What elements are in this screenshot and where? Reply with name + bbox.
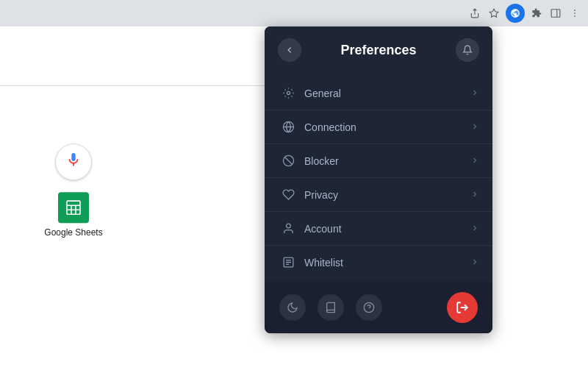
blocker-icon [278,154,298,167]
pref-item-whitelist[interactable]: Whitelist [265,246,492,279]
blocker-chevron [470,155,479,167]
search-area: Google Sheets [0,143,147,238]
pref-item-privacy[interactable]: Privacy [265,178,492,212]
svg-rect-2 [551,10,560,18]
guide-button[interactable] [318,294,344,321]
preferences-header: Preferences [265,26,492,74]
help-button[interactable] [356,294,382,321]
preferences-footer [265,282,492,333]
privacy-label: Privacy [304,189,470,201]
bell-button[interactable] [456,38,479,62]
svg-point-5 [574,13,576,14]
general-icon [278,87,298,99]
dark-mode-button[interactable] [279,294,306,321]
general-label: General [304,88,470,99]
star-icon[interactable] [487,6,501,21]
puzzle-icon[interactable] [529,6,544,21]
mic-icon [65,152,82,172]
connection-label: Connection [304,121,470,133]
extension-vpn-icon[interactable] [506,4,525,23]
chrome-toolbar [0,0,588,26]
svg-rect-7 [67,201,80,214]
privacy-chevron [470,189,479,201]
menu-icon[interactable] [567,6,582,21]
svg-point-4 [574,10,576,11]
account-label: Account [304,223,470,235]
mic-button[interactable] [55,143,92,180]
page-content: Google Sheets Preferences [0,26,588,373]
sheets-logo [58,192,89,223]
account-chevron [470,223,479,235]
pref-item-connection[interactable]: Connection [265,110,492,144]
logout-button[interactable] [447,292,478,323]
pref-item-account[interactable]: Account [265,212,492,246]
svg-marker-0 [490,9,498,17]
whitelist-label: Whitelist [304,257,470,269]
whitelist-icon [278,256,298,269]
blocker-label: Blocker [304,155,470,167]
preferences-menu: General Connection [265,74,492,282]
pref-item-blocker[interactable]: Blocker [265,144,492,178]
sidebar-toggle-icon[interactable] [548,6,563,21]
google-sheets-shortcut[interactable]: Google Sheets [44,192,102,238]
share-icon[interactable] [467,6,482,21]
sheets-label: Google Sheets [44,227,102,238]
preferences-title: Preferences [301,43,456,58]
privacy-icon [278,188,298,201]
preferences-popup: Preferences General [265,26,492,333]
svg-point-6 [574,15,576,17]
connection-chevron [470,121,479,133]
general-chevron [470,88,479,99]
svg-line-15 [284,157,292,164]
svg-point-13 [287,91,290,94]
svg-point-16 [286,224,290,228]
whitelist-chevron [470,257,479,269]
back-button[interactable] [278,38,301,62]
connection-icon [278,121,298,133]
footer-left-icons [279,294,382,321]
pref-item-general[interactable]: General [265,77,492,110]
account-icon [278,222,298,235]
